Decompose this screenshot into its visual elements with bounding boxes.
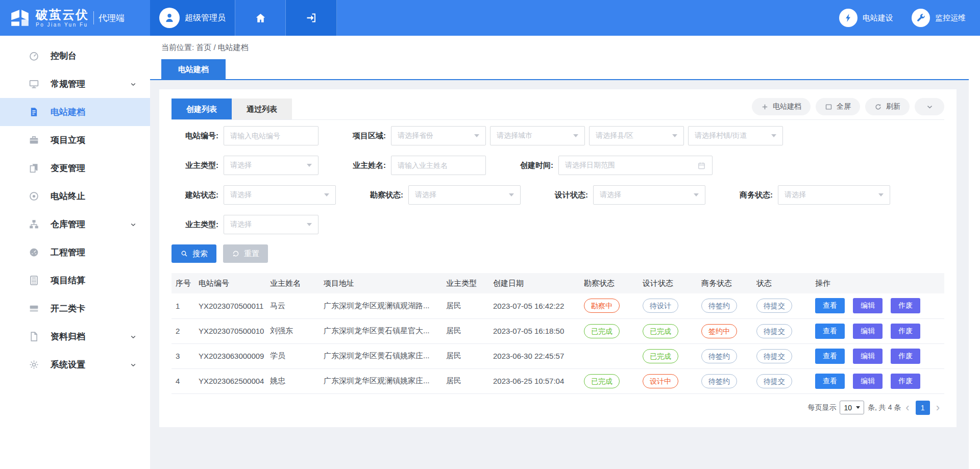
sidebar-item-project-initiation[interactable]: 项目立项 [0, 126, 150, 154]
page-number-1[interactable]: 1 [916, 401, 930, 415]
filter-actions: 搜索 重置 [172, 244, 944, 263]
caret-down-icon [474, 134, 479, 137]
sidebar-item-plant-termination[interactable]: 电站终止 [0, 182, 150, 210]
field-label: 业主类型: [172, 220, 218, 230]
business-status-select[interactable]: 请选择 [778, 185, 890, 205]
total-count-label: 条, 共 4 条 [868, 403, 901, 412]
sidebar-item-console[interactable]: 控制台 [0, 42, 150, 70]
per-page-select[interactable]: 10 [840, 401, 864, 414]
status-badge: 待提交 [756, 349, 792, 363]
gauge-icon [29, 51, 39, 61]
caret-down-icon [573, 134, 578, 137]
void-button[interactable]: 作废 [891, 298, 920, 313]
county-select[interactable]: 请选择县/区 [589, 126, 684, 145]
sidebar-item-system-settings[interactable]: 系统设置 [0, 351, 150, 379]
create-time-range-input[interactable]: 请选择日期范围 [558, 156, 713, 175]
city-select[interactable]: 请选择城市 [490, 126, 585, 145]
town-select[interactable]: 请选择村镇/街道 [688, 126, 783, 145]
logout-button[interactable] [286, 0, 337, 36]
refresh-button[interactable]: 刷新 [865, 98, 910, 115]
owner-type2-select[interactable]: 请选择 [224, 215, 318, 234]
void-button[interactable]: 作废 [891, 349, 920, 364]
design-status-select[interactable]: 请选择 [593, 185, 705, 205]
caret-down-icon [324, 193, 329, 196]
field-label: 项目区域: [339, 131, 386, 141]
calculator-icon [29, 275, 39, 286]
document-icon [29, 107, 39, 117]
status-badge: 签约中 [701, 324, 737, 338]
status-badge: 设计中 [643, 374, 678, 388]
nav-monitoring-ops[interactable]: 监控运维 [912, 9, 966, 27]
station-code-input[interactable] [224, 126, 318, 145]
edit-button[interactable]: 编辑 [853, 349, 883, 364]
filter-row-1: 电站编号: 项目区域: 请选择省份 请选择城市 请选择县/区 [172, 126, 944, 145]
create-plant-button[interactable]: 电站建档 [752, 98, 811, 115]
field-label: 业主姓名: [339, 161, 386, 170]
caret-down-icon [672, 134, 677, 137]
view-button[interactable]: 查看 [815, 374, 845, 389]
page-tab-plant-filing[interactable]: 电站建档 [161, 59, 226, 79]
view-button[interactable]: 查看 [815, 324, 845, 339]
portal-label: 代理端 [99, 12, 125, 24]
breadcrumb-path[interactable]: 首页 / 电站建档 [196, 43, 249, 52]
app-subtitle: Po Jian Yun Fu [36, 22, 89, 28]
edit-button[interactable]: 编辑 [853, 374, 883, 389]
sidebar-item-project-settlement[interactable]: 项目结算 [0, 266, 150, 294]
filter-form: 电站编号: 项目区域: 请选择省份 请选择城市 请选择县/区 [172, 120, 944, 234]
status-badge: 已完成 [643, 324, 678, 338]
plus-icon [761, 103, 769, 111]
sidebar: 控制台 常规管理 电站建档 项目立项 [0, 36, 150, 469]
sidebar-item-change-mgmt[interactable]: 变更管理 [0, 154, 150, 182]
calendar-icon [697, 161, 706, 170]
chevron-down-icon [130, 333, 137, 340]
survey-status-select[interactable]: 请选择 [408, 185, 521, 205]
void-button[interactable]: 作废 [891, 374, 920, 389]
monitor-icon [29, 79, 39, 89]
logo-mark-icon [9, 7, 31, 29]
field-label: 建站状态: [172, 190, 218, 200]
void-button[interactable]: 作废 [891, 324, 920, 339]
search-button[interactable]: 搜索 [172, 244, 216, 263]
build-status-select[interactable]: 请选择 [224, 185, 336, 205]
nav-label: 电站建设 [863, 13, 893, 23]
sidebar-item-warehouse-mgmt[interactable]: 仓库管理 [0, 210, 150, 238]
fullscreen-button[interactable]: 全屏 [816, 98, 860, 115]
view-button[interactable]: 查看 [815, 298, 845, 313]
owner-type-select[interactable]: 请选择 [224, 156, 318, 175]
status-badge: 待签约 [701, 299, 737, 313]
edit-button[interactable]: 编辑 [853, 298, 883, 313]
sidebar-item-general-mgmt[interactable]: 常规管理 [0, 70, 150, 98]
app-window: 破茧云伏 Po Jian Yun Fu 代理端 超级管理员 [0, 0, 980, 469]
owner-name-input[interactable] [391, 156, 486, 175]
prev-page-button[interactable]: ‹ [901, 402, 914, 413]
sidebar-item-plant-filing[interactable]: 电站建档 [0, 98, 150, 126]
user-menu[interactable]: 超级管理员 [150, 0, 235, 36]
sidebar-item-data-archive[interactable]: 资料归档 [0, 323, 150, 351]
home-button[interactable] [235, 0, 286, 36]
sidebar-item-engineering-mgmt[interactable]: 工程管理 [0, 238, 150, 266]
sidebar-item-open-class2-card[interactable]: 开二类卡 [0, 294, 150, 323]
settings-icon [29, 359, 39, 370]
table-header-row: 序号 电站编号 业主姓名 项目地址 业主类型 创建日期 勘察状态 设计状态 商务… [172, 273, 944, 293]
breadcrumb-label: 当前位置: [161, 43, 194, 52]
province-select[interactable]: 请选择省份 [391, 126, 486, 145]
sitemap-icon [29, 219, 39, 230]
collapse-toolbar-button[interactable] [915, 98, 944, 115]
next-page-button[interactable]: › [932, 402, 944, 413]
search-icon [180, 250, 188, 258]
status-badge: 已完成 [584, 374, 620, 388]
nav-plant-construction[interactable]: 电站建设 [839, 9, 893, 27]
user-icon [163, 12, 176, 24]
tab-create-list[interactable]: 创建列表 [172, 98, 232, 119]
edit-button[interactable]: 编辑 [853, 324, 883, 339]
reset-button[interactable]: 重置 [223, 244, 268, 263]
avatar [159, 8, 180, 28]
tab-passed-list[interactable]: 通过列表 [232, 98, 292, 119]
status-badge: 待设计 [643, 299, 678, 313]
view-button[interactable]: 查看 [815, 349, 845, 364]
fullscreen-icon [825, 103, 832, 111]
table-row: 1 YX2023070500011 马云 广东深圳龙华区观澜镇观湖路... 居民… [172, 293, 944, 318]
filter-row-3: 建站状态: 请选择 勘察状态: 请选择 设计状态: [172, 185, 944, 205]
status-badge: 待签约 [701, 374, 737, 388]
briefcase-icon [29, 135, 39, 145]
